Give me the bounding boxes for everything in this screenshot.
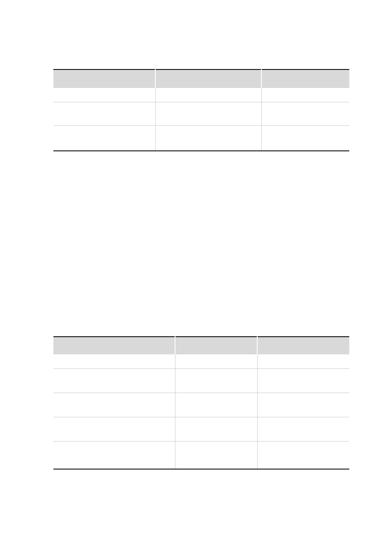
table-1-r1-c3 [261,88,349,102]
table-2-r5-c1 [53,442,175,469]
table-2-r4-c3 [257,417,349,442]
table-2-r1-c1 [53,354,175,369]
table-1-r3-c1 [53,126,155,151]
table-row [53,126,349,151]
table-row [53,88,349,102]
table-2-r2-c3 [257,369,349,393]
table-1-r2-c1 [53,102,155,126]
table-2-r5-c3 [257,442,349,469]
table-row [53,354,349,369]
table-2-header-row [53,337,349,354]
table-2-r3-c3 [257,393,349,417]
table-1-r2-c3 [261,102,349,126]
table-2-r2-c2 [175,369,257,393]
table-1-r3-c3 [261,126,349,151]
table-1-r2-c2 [155,102,261,126]
table-row [53,417,349,442]
table-row [53,369,349,393]
table-2-r1-c3 [257,354,349,369]
table-2-header-cell-2 [175,337,257,354]
table-1-r1-c2 [155,88,261,102]
table-1-r3-c2 [155,126,261,151]
table-row [53,442,349,469]
table-2-r3-c2 [175,393,257,417]
table-2-r1-c2 [175,354,257,369]
table-2-r2-c1 [53,369,175,393]
table-2-r4-c2 [175,417,257,442]
table-1-header-row [53,69,349,88]
table-row [53,102,349,126]
table-2 [53,336,349,469]
table-1-r1-c1 [53,88,155,102]
table-row [53,393,349,417]
table-2-header-cell-3 [257,337,349,354]
table-2-header-cell-1 [53,337,175,354]
table-2-r5-c2 [175,442,257,469]
table-2-r4-c1 [53,417,175,442]
table-1-header-cell-1 [53,69,155,88]
table-1-header-cell-3 [261,69,349,88]
table-1 [53,69,349,151]
table-1-header-cell-2 [155,69,261,88]
table-2-r3-c1 [53,393,175,417]
